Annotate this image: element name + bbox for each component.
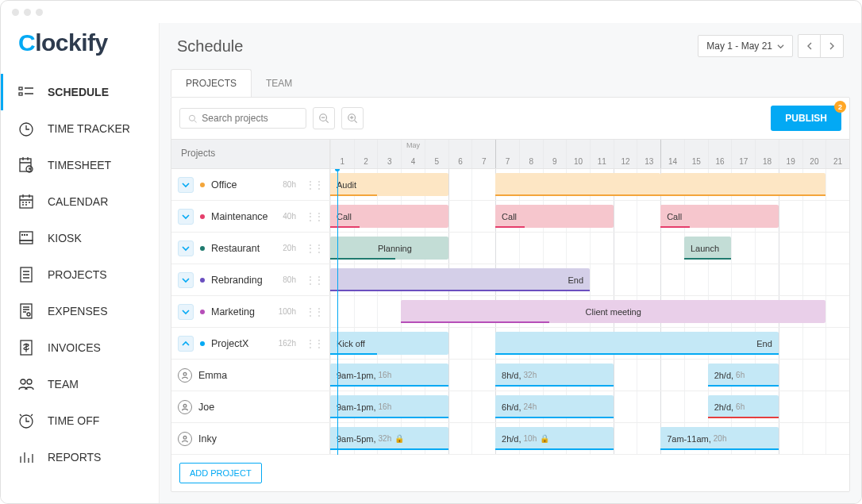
bar-underline xyxy=(495,194,660,196)
day-column-11: 11 xyxy=(590,140,614,168)
schedule-bar[interactable] xyxy=(495,173,660,196)
schedule-bar[interactable]: Call xyxy=(660,205,779,228)
drag-handle[interactable]: ⋮⋮ xyxy=(306,179,323,190)
project-color-dot xyxy=(200,341,205,346)
row-timeline: 9am-1pm, 16h8h/d, 32h2h/d, 6h xyxy=(330,360,849,391)
nav-item-invoices[interactable]: INVOICES xyxy=(1,329,159,366)
add-project-button[interactable]: ADD PROJECT xyxy=(179,463,262,483)
day-column-1: 2 xyxy=(354,140,378,168)
nav-item-timesheet[interactable]: TIMESHEET xyxy=(1,147,159,183)
nav-label: CALENDAR xyxy=(48,195,108,208)
time-off-icon xyxy=(17,412,35,429)
expand-button[interactable] xyxy=(178,304,194,320)
day-column-21: 21 xyxy=(825,140,849,168)
day-column-0: 1 xyxy=(330,140,354,168)
expand-button[interactable] xyxy=(178,336,194,352)
schedule-bar[interactable]: 7am-11am, 20h xyxy=(660,427,779,450)
date-range-picker[interactable]: May 1 - May 21 xyxy=(698,35,793,57)
zoom-in-icon xyxy=(347,113,358,124)
next-button[interactable] xyxy=(821,35,843,57)
schedule-bar[interactable]: 9am-1pm, 16h xyxy=(330,395,448,418)
schedule-bar[interactable]: 6h/d, 24h xyxy=(495,395,614,418)
tab-team[interactable]: TEAM xyxy=(252,69,306,97)
bar-underline xyxy=(684,258,731,260)
bar-label: 9am-5pm, xyxy=(337,434,376,444)
nav-item-time-tracker[interactable]: TIME TRACKER xyxy=(1,110,159,147)
schedule-bar[interactable] xyxy=(660,173,825,196)
expand-button[interactable] xyxy=(178,209,194,225)
bar-underline xyxy=(660,194,825,196)
schedule-bar[interactable]: Launch xyxy=(684,237,731,260)
project-name: ProjectX xyxy=(211,338,248,349)
schedule-bar[interactable]: End xyxy=(330,268,590,291)
drag-handle[interactable]: ⋮⋮ xyxy=(306,243,323,254)
zoom-in-button[interactable] xyxy=(341,107,364,129)
nav-label: KIOSK xyxy=(48,232,82,244)
prev-button[interactable] xyxy=(799,35,821,57)
nav-item-kiosk[interactable]: KIOSK xyxy=(1,220,159,256)
schedule-bar[interactable]: Call xyxy=(330,205,448,228)
expand-button[interactable] xyxy=(178,177,194,193)
row-head: Marketing100h⋮⋮ xyxy=(171,296,330,327)
svg-rect-1 xyxy=(19,93,22,95)
drag-handle[interactable]: ⋮⋮ xyxy=(306,275,323,286)
schedule-bar[interactable]: 2h/d, 10h🔒 xyxy=(495,427,614,450)
nav-item-schedule[interactable]: SCHEDULE xyxy=(1,74,159,110)
search-input[interactable] xyxy=(202,113,298,124)
schedule-bar[interactable]: Audit xyxy=(330,173,448,196)
row-head: Inky xyxy=(171,423,330,454)
drag-handle[interactable]: ⋮⋮ xyxy=(306,211,323,222)
schedule-bar[interactable]: Client meeting xyxy=(401,300,825,323)
chevron-down-icon xyxy=(182,213,190,221)
expand-button[interactable] xyxy=(178,240,194,256)
row-timeline: PlanningLaunch xyxy=(330,233,849,264)
projects-icon xyxy=(17,266,35,283)
day-column-2: 3 xyxy=(377,140,401,168)
publish-button[interactable]: PUBLISH xyxy=(771,106,841,131)
schedule-bar[interactable]: Kick off xyxy=(330,332,448,355)
nav-item-time-off[interactable]: TIME OFF xyxy=(1,402,159,439)
svg-point-8 xyxy=(22,235,23,236)
day-column-20: 20 xyxy=(802,140,826,168)
zoom-out-button[interactable] xyxy=(313,107,335,129)
row-rest: Restaurant20h⋮⋮PlanningLaunch xyxy=(171,233,849,264)
project-color-dot xyxy=(200,214,205,219)
logo-c: C xyxy=(18,29,35,56)
timeline-header: Projects 123May4567789101112131415161718… xyxy=(171,139,849,169)
calendar-icon xyxy=(17,193,35,210)
row-head: Rebranding80h⋮⋮ xyxy=(171,264,330,295)
project-name: Maintenance xyxy=(211,211,268,222)
schedule-bar[interactable]: End xyxy=(495,332,779,355)
schedule-bar[interactable]: 2h/d, 6h xyxy=(708,395,779,418)
reports-icon xyxy=(17,448,35,466)
svg-rect-7 xyxy=(20,240,33,244)
schedule-bar[interactable]: 9am-5pm, 32h🔒 xyxy=(330,427,448,450)
expand-button[interactable] xyxy=(178,272,194,288)
project-hours: 100h xyxy=(279,307,296,316)
svg-point-18 xyxy=(189,115,194,121)
day-column-12: 12 xyxy=(614,140,637,168)
nav-item-reports[interactable]: REPORTS xyxy=(1,439,159,475)
tab-projects[interactable]: PROJECTS xyxy=(171,69,252,97)
bar-underline xyxy=(330,385,448,387)
schedule-bar[interactable]: Call xyxy=(495,205,614,228)
day-column-14: 14 xyxy=(660,140,684,168)
project-color-dot xyxy=(200,278,205,283)
drag-handle[interactable]: ⋮⋮ xyxy=(306,306,323,317)
nav-item-calendar[interactable]: CALENDAR xyxy=(1,183,159,220)
row-timeline: Kick offEnd xyxy=(330,328,849,359)
day-column-3: May4 xyxy=(401,140,425,168)
schedule-bar[interactable]: 2h/d, 6h xyxy=(708,364,779,387)
day-column-15: 15 xyxy=(684,140,708,168)
schedule-bar[interactable]: 9am-1pm, 16h xyxy=(330,364,448,387)
drag-handle[interactable]: ⋮⋮ xyxy=(306,338,323,349)
nav-item-team[interactable]: TEAM xyxy=(1,366,159,402)
bar-label: End xyxy=(756,339,772,348)
nav-item-expenses[interactable]: EXPENSES xyxy=(1,293,159,329)
bar-label: 2h/d, xyxy=(502,434,521,444)
member-name: Joe xyxy=(198,402,214,413)
schedule-bar[interactable]: 8h/d, 32h xyxy=(495,364,614,387)
bar-underline xyxy=(401,321,549,323)
nav-item-projects[interactable]: PROJECTS xyxy=(1,256,159,293)
schedule-bar[interactable]: Planning xyxy=(330,237,448,260)
